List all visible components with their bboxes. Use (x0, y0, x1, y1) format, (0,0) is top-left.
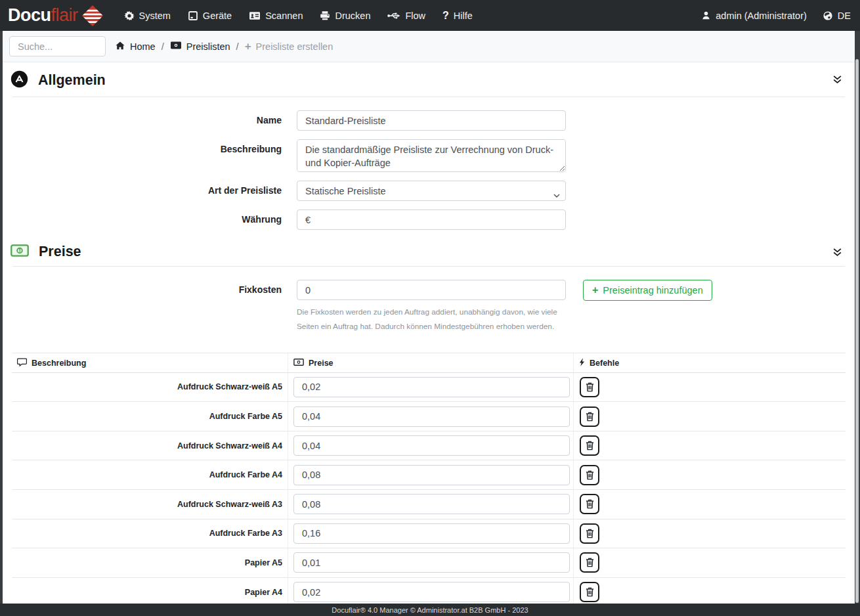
price-row-label: Aufdruck Farbe A3 (209, 529, 282, 538)
home-icon (115, 41, 125, 53)
name-input[interactable] (297, 110, 566, 131)
delete-row-button[interactable] (580, 494, 599, 514)
circle-a-icon (11, 70, 28, 91)
user-label: admin (Administrator) (716, 11, 807, 21)
scrollbar[interactable] (855, 59, 859, 603)
waehrung-input[interactable] (297, 209, 566, 230)
money-bill-icon (293, 358, 304, 368)
breadcrumb-label: Home (130, 41, 156, 52)
price-input[interactable] (293, 407, 570, 427)
price-input[interactable] (293, 494, 570, 514)
form-row-name: Name (3, 110, 855, 131)
price-table-row: Papier A5 (12, 548, 846, 578)
collapse-section-icon[interactable] (832, 74, 843, 85)
section-allgemein-header: Allgemein (3, 62, 855, 97)
navbar-right: admin (Administrator) DE (701, 11, 851, 21)
footer: Docuflair® 4.0 Manager © Administrator.a… (0, 604, 860, 616)
header-label: Preise (309, 359, 333, 368)
delete-row-button[interactable] (580, 465, 599, 485)
header-beschreibung: Beschreibung (12, 353, 288, 372)
delete-row-button[interactable] (580, 407, 599, 427)
nav-item-hilfe[interactable]: ? Hilfe (442, 10, 473, 22)
brand-logo[interactable]: Docuflair (8, 4, 104, 28)
nav-item-label: Geräte (203, 11, 232, 21)
delete-row-button[interactable] (580, 435, 599, 456)
price-input[interactable] (293, 582, 570, 602)
breadcrumb: Home / Preislisten / + Preisliste erstel… (115, 40, 333, 53)
main-content: Home / Preislisten / + Preisliste erstel… (3, 31, 855, 616)
price-table-row: Aufdruck Schwarz-weiß A3 (12, 490, 846, 519)
nav-item-drucken[interactable]: Drucken (320, 11, 370, 21)
page: Docuflair System (0, 0, 860, 616)
nav-item-scannen[interactable]: Scannen (249, 11, 303, 21)
price-row-label: Aufdruck Schwarz-weiß A4 (177, 441, 282, 451)
nav-item-system[interactable]: System (124, 11, 171, 21)
nav-item-label: Drucken (335, 11, 370, 21)
beschreibung-textarea[interactable]: Die standardmäßige Preisliste zur Verrec… (297, 139, 566, 172)
delete-row-button[interactable] (580, 523, 599, 544)
price-input[interactable] (293, 377, 570, 397)
breadcrumb-preislisten[interactable]: Preislisten (170, 41, 230, 52)
breadcrumb-bar: Home / Preislisten / + Preisliste erstel… (3, 31, 855, 62)
language-menu[interactable]: DE (823, 11, 851, 21)
price-row-label: Aufdruck Schwarz-weiß A3 (177, 500, 282, 509)
device-icon (188, 11, 198, 21)
price-row-label: Aufdruck Farbe A4 (209, 470, 282, 479)
breadcrumb-home[interactable]: Home (115, 41, 156, 53)
header-label: Beschreibung (32, 359, 86, 368)
fixkosten-label: Fixkosten (3, 280, 297, 334)
waehrung-label: Währung (3, 209, 297, 230)
section-preise-header: Preise (3, 238, 855, 266)
price-table: Beschreibung Preise Befehle Aufdruc (12, 353, 846, 616)
art-label: Art der Preisliste (3, 181, 297, 201)
allgemein-form: Name Beschreibung Die standardmäßige Pre… (3, 97, 855, 230)
add-price-entry-button[interactable]: + Preiseintrag hinzufügen (583, 280, 712, 301)
collapse-section-icon[interactable] (832, 247, 843, 258)
price-input[interactable] (293, 552, 570, 573)
price-table-row: Aufdruck Schwarz-weiß A4 (12, 431, 846, 461)
delete-row-button[interactable] (580, 582, 599, 602)
fixkosten-help-text: Die Fixkosten werden zu jeden Auftrag ad… (297, 305, 566, 334)
breadcrumb-label: Preislisten (186, 41, 230, 52)
id-card-icon (249, 11, 261, 21)
fixkosten-row: Fixkosten Die Fixkosten werden zu jeden … (3, 280, 855, 334)
language-label: DE (838, 11, 851, 21)
nav-item-label: Hilfe (454, 11, 473, 21)
question-icon: ? (442, 10, 449, 22)
beschreibung-label: Beschreibung (3, 139, 297, 172)
price-table-row: Papier A4 (12, 578, 846, 607)
art-select[interactable]: Statische Preisliste (297, 181, 566, 201)
name-label: Name (3, 110, 297, 131)
nav-item-flow[interactable]: Flow (387, 11, 425, 21)
breadcrumb-label: Preisliste erstellen (256, 41, 333, 52)
price-input[interactable] (293, 523, 570, 544)
price-table-row: Aufdruck Schwarz-weiß A5 (12, 373, 846, 403)
nav-item-label: Scannen (265, 11, 303, 21)
delete-row-button[interactable] (580, 552, 599, 573)
search-input[interactable] (9, 36, 106, 56)
user-icon (701, 11, 711, 20)
usb-icon (387, 11, 400, 21)
price-row-label: Aufdruck Schwarz-weiß A5 (177, 382, 282, 391)
price-input[interactable] (293, 435, 570, 456)
section-divider (12, 266, 845, 267)
nav-item-geraete[interactable]: Geräte (188, 11, 232, 21)
brand-diamond-icon (81, 4, 104, 28)
breadcrumb-current: + Preisliste erstellen (245, 40, 333, 53)
comment-icon (17, 358, 27, 368)
form-row-beschreibung: Beschreibung Die standardmäßige Preislis… (3, 139, 855, 172)
plus-icon: + (245, 40, 251, 53)
nav-item-label: Flow (405, 11, 425, 21)
price-table-header: Beschreibung Preise Befehle (12, 353, 846, 373)
user-menu[interactable]: admin (Administrator) (701, 11, 807, 21)
fixkosten-input[interactable] (297, 280, 566, 300)
gear-icon (124, 11, 135, 21)
header-befehle: Befehle (574, 353, 846, 372)
fixkosten-col: Die Fixkosten werden zu jeden Auftrag ad… (297, 280, 566, 334)
delete-row-button[interactable] (580, 377, 599, 397)
navbar: Docuflair System (0, 0, 860, 31)
price-input[interactable] (293, 465, 570, 485)
printer-icon (320, 11, 330, 21)
price-row-label: Aufdruck Farbe A5 (209, 412, 282, 421)
nav-menu: System Geräte Scannen Drucken (124, 10, 473, 22)
